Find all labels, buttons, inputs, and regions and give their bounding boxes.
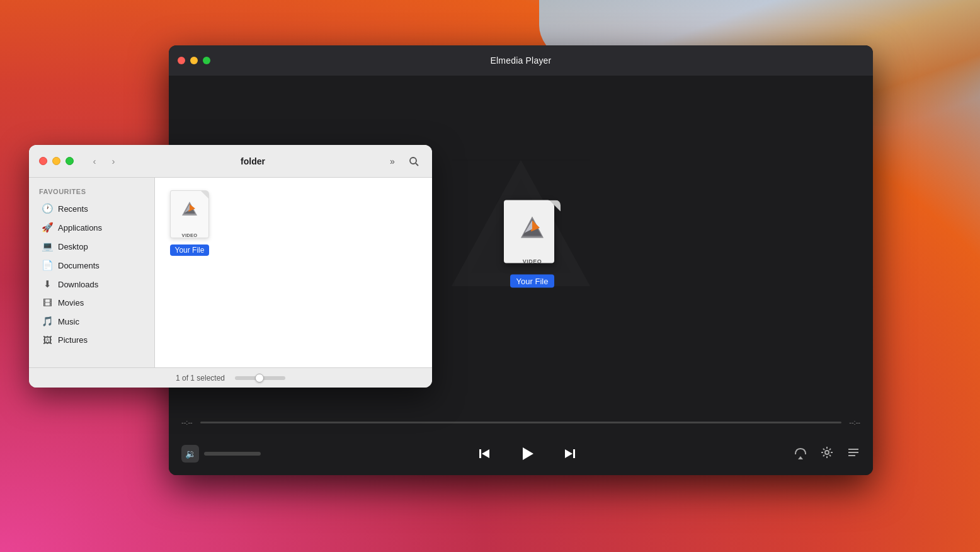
sidebar-item-desktop[interactable]: 💻 Desktop: [31, 237, 152, 256]
file-type-label-small: VIDEO: [182, 233, 198, 238]
progress-track[interactable]: [200, 422, 842, 423]
next-button[interactable]: [559, 442, 581, 465]
sidebar-item-music[interactable]: 🎵 Music: [31, 312, 152, 331]
player-minimize-button[interactable]: [190, 57, 198, 64]
movies-icon: 🎞: [42, 297, 53, 308]
finder-title: folder: [129, 156, 377, 166]
desktop-icon: 💻: [42, 241, 53, 252]
time-end: --:--: [849, 418, 860, 426]
player-file-icon: VIDEO: [504, 200, 561, 270]
sidebar-label-movies: Movies: [58, 298, 84, 308]
sidebar-label-music: Music: [58, 317, 79, 326]
finder-nav-buttons: ‹ ›: [86, 153, 122, 170]
progress-bar-area: --:-- --:--: [169, 412, 873, 432]
finder-toolbar-right: »: [384, 153, 422, 170]
finder-forward-button[interactable]: ›: [105, 153, 122, 170]
svg-point-12: [825, 451, 829, 454]
svg-line-17: [416, 163, 418, 166]
sidebar-label-documents: Documents: [58, 261, 100, 270]
selected-count-text: 1 of 1 selected: [176, 374, 225, 382]
sidebar-item-applications[interactable]: 🚀 Applications: [31, 218, 152, 237]
player-file-elmedia-logo: [518, 214, 546, 244]
playlist-button[interactable]: [846, 446, 860, 463]
file-icon-small: VIDEO: [168, 190, 212, 242]
sidebar-label-downloads: Downloads: [58, 280, 98, 289]
file-name-badge: Your File: [170, 244, 210, 256]
svg-marker-8: [523, 447, 533, 460]
player-traffic-lights: [178, 57, 210, 64]
size-slider-thumb: [255, 374, 264, 382]
finder-traffic-lights: [39, 157, 74, 165]
sidebar-item-recents[interactable]: 🕐 Recents: [31, 199, 152, 218]
player-file-type-label: VIDEO: [523, 258, 542, 265]
prev-button[interactable]: [473, 442, 496, 465]
applications-icon: 🚀: [42, 222, 53, 233]
finder-view-button[interactable]: »: [384, 153, 401, 170]
svg-point-16: [410, 158, 416, 164]
finder-minimize-button[interactable]: [52, 157, 60, 165]
player-controls-area: --:-- --:-- 🔉: [169, 412, 873, 475]
sidebar-item-documents[interactable]: 📄 Documents: [31, 256, 152, 275]
documents-icon: 📄: [42, 260, 53, 271]
finder-close-button[interactable]: [39, 157, 47, 165]
sidebar-label-desktop: Desktop: [58, 242, 88, 251]
recents-icon: 🕐: [42, 203, 53, 214]
finder-maximize-button[interactable]: [66, 157, 74, 165]
airplay-button[interactable]: [794, 446, 807, 463]
finder-body: Favourites 🕐 Recents 🚀 Applications 💻 De…: [29, 178, 432, 367]
finder-statusbar: 1 of 1 selected: [29, 367, 432, 388]
file-item[interactable]: VIDEO Your File: [168, 190, 212, 256]
player-file-display: VIDEO Your File: [504, 200, 561, 288]
volume-group: 🔉: [181, 445, 261, 463]
player-file-name-badge: Your File: [510, 275, 555, 288]
finder-content: VIDEO Your File: [155, 178, 432, 367]
player-close-button[interactable]: [178, 57, 185, 64]
settings-button[interactable]: [820, 446, 834, 463]
pictures-icon: 🖼: [42, 335, 53, 345]
player-title: Elmedia Player: [491, 55, 552, 66]
sidebar-item-pictures[interactable]: 🖼 Pictures: [31, 331, 152, 349]
controls-row: 🔉: [169, 432, 873, 475]
play-button[interactable]: [516, 442, 538, 465]
player-maximize-button[interactable]: [203, 57, 210, 64]
sidebar-item-downloads[interactable]: ⬇ Downloads: [31, 275, 152, 294]
music-icon: 🎵: [42, 316, 53, 327]
player-titlebar: Elmedia Player: [169, 45, 873, 76]
svg-marker-10: [573, 449, 575, 458]
finder-search-button[interactable]: [406, 153, 422, 170]
finder-back-button[interactable]: ‹: [86, 153, 103, 170]
volume-bar[interactable]: [204, 452, 261, 456]
sidebar-label-pictures: Pictures: [58, 335, 88, 345]
sidebar-label-recents: Recents: [58, 204, 88, 214]
downloads-icon: ⬇: [42, 279, 53, 290]
volume-icon: 🔉: [185, 449, 196, 459]
finder-sidebar: Favourites 🕐 Recents 🚀 Applications 💻 De…: [29, 178, 155, 367]
svg-marker-9: [565, 449, 573, 458]
svg-marker-6: [479, 449, 481, 458]
center-controls: [261, 442, 794, 465]
sidebar-section-label: Favourites: [29, 185, 154, 199]
sidebar-label-applications: Applications: [58, 223, 102, 233]
finder-window: ‹ › folder » Favourites 🕐 Recents 🚀: [29, 145, 432, 388]
sidebar-item-movies[interactable]: 🎞 Movies: [31, 294, 152, 312]
file-logo-small: [179, 199, 200, 222]
volume-button[interactable]: 🔉: [181, 445, 199, 463]
svg-marker-11: [798, 456, 803, 459]
icon-size-slider[interactable]: [235, 376, 285, 380]
finder-titlebar: ‹ › folder »: [29, 145, 432, 178]
svg-marker-7: [482, 449, 489, 458]
right-controls: [794, 446, 860, 463]
time-start: --:--: [181, 418, 193, 426]
